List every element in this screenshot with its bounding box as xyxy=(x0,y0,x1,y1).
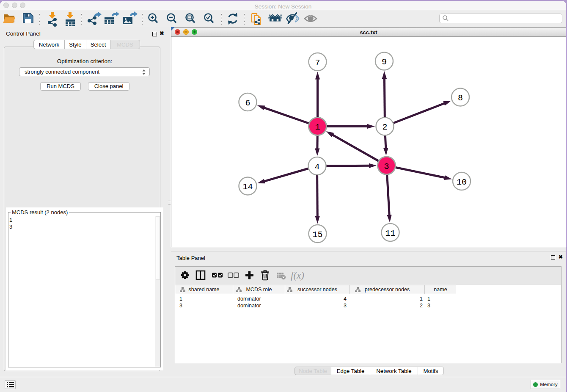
svg-text:10: 10 xyxy=(457,177,467,187)
svg-text:11: 11 xyxy=(385,229,395,238)
svg-text:6: 6 xyxy=(245,98,250,108)
svg-text:9: 9 xyxy=(382,57,387,67)
svg-text:2: 2 xyxy=(382,122,387,132)
svg-text:14: 14 xyxy=(242,182,253,192)
svg-text:3: 3 xyxy=(384,162,389,171)
svg-text:f(x): f(x) xyxy=(291,270,304,281)
svg-text:4: 4 xyxy=(314,162,319,172)
svg-text:1: 1 xyxy=(315,122,320,132)
svg-text:8: 8 xyxy=(458,93,463,103)
svg-text:7: 7 xyxy=(315,58,320,68)
svg-text:15: 15 xyxy=(312,230,322,240)
